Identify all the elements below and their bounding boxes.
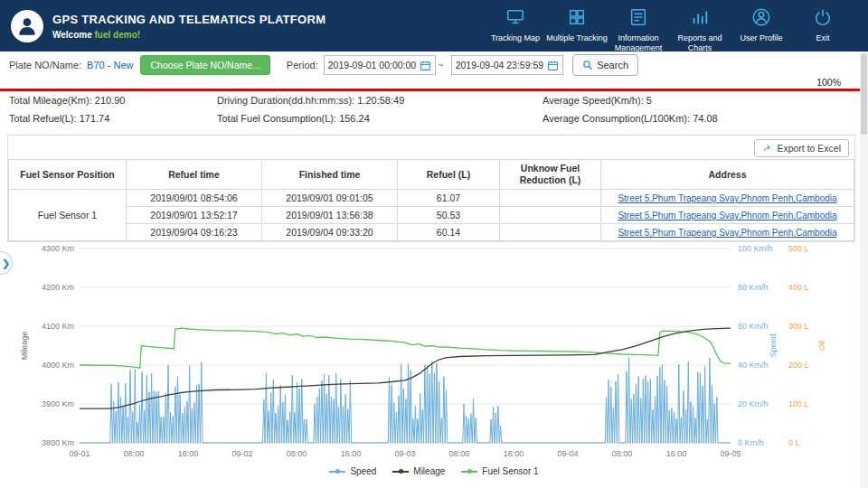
- table-row: Fuel Sensor 1 2019/09/01 08:54:06 2019/0…: [9, 190, 854, 207]
- chart-legend: Speed Mileage Fuel Sensor 1: [0, 466, 868, 476]
- col-refuel-time: Refuel time: [127, 160, 262, 190]
- address-link[interactable]: Street 5,Phum Trapeang Svay,Phnom Penh,C…: [618, 211, 836, 221]
- title-block: GPS TRACKING AND TELEMATICS PLATFORM Wel…: [52, 13, 326, 40]
- filter-bar: Plate NO/Name: B70 - New Choose Plate NO…: [0, 52, 860, 79]
- speed-legend-marker: [329, 471, 345, 473]
- svg-text:100 Km/h: 100 Km/h: [738, 244, 773, 253]
- total-refuel: Total Refuel(L): 171.74: [9, 113, 217, 131]
- plate-value-link[interactable]: B70 - New: [87, 60, 133, 70]
- driving-duration: Driving Duration(dd.hh:mm:ss): 1.20:58:4…: [217, 95, 542, 113]
- legend-fuel-sensor[interactable]: Fuel Sensor 1: [461, 466, 538, 476]
- svg-text:300 L: 300 L: [788, 322, 809, 331]
- legend-mileage[interactable]: Mileage: [392, 466, 445, 476]
- monitor-icon: [505, 7, 525, 31]
- svg-text:09-01: 09-01: [69, 449, 90, 458]
- svg-text:08:00: 08:00: [287, 449, 307, 458]
- svg-text:16:00: 16:00: [341, 449, 362, 458]
- svg-text:3900 Km: 3900 Km: [42, 399, 74, 408]
- progress-percent: 100%: [816, 77, 841, 88]
- svg-text:16:00: 16:00: [666, 449, 687, 458]
- refuel-report-panel: Export to Excel Fuel Sensor Position Ref…: [7, 135, 855, 242]
- average-consumption: Average Consumption(L/100Km): 74.08: [542, 113, 850, 131]
- scrollbar[interactable]: [860, 52, 868, 488]
- svg-text:3800 Km: 3800 Km: [42, 438, 74, 447]
- search-icon: [582, 60, 593, 70]
- svg-text:100 L: 100 L: [788, 399, 809, 408]
- col-address: Address: [601, 160, 854, 190]
- period-end-input[interactable]: 2019-09-04 23:59:59: [451, 55, 564, 75]
- svg-text:4200 Km: 4200 Km: [42, 283, 74, 292]
- svg-text:09-02: 09-02: [231, 449, 252, 458]
- app-title: GPS TRACKING AND TELEMATICS PLATFORM: [52, 13, 326, 26]
- svg-text:4300 Km: 4300 Km: [42, 244, 74, 253]
- welcome-username: fuel demo!: [95, 30, 141, 40]
- mileage-legend-marker: [392, 471, 409, 473]
- bar-chart-icon: [690, 7, 710, 31]
- svg-text:200 L: 200 L: [788, 361, 809, 370]
- col-fuel-sensor-position: Fuel Sensor Position: [9, 160, 127, 190]
- nav-tracking-map[interactable]: Tracking Map: [485, 7, 546, 43]
- svg-text:4000 Km: 4000 Km: [42, 361, 74, 370]
- period-label: Period:: [287, 60, 318, 70]
- nav-user-profile[interactable]: User Profile: [731, 7, 792, 43]
- progress-bar: [0, 89, 868, 91]
- col-refuel-l: Refuel (L): [398, 160, 500, 190]
- scrollbar-thumb[interactable]: [861, 53, 867, 135]
- summary-stats: Total Mileage(Km): 210.90 Driving Durati…: [9, 95, 850, 131]
- logo: [11, 10, 43, 42]
- svg-text:08:00: 08:00: [612, 449, 633, 458]
- nav-reports-and-charts[interactable]: Reports and Charts: [669, 7, 731, 53]
- svg-text:20 Km/h: 20 Km/h: [738, 399, 769, 408]
- address-link[interactable]: Street 5,Phum Trapeang Svay,Phnom Penh,C…: [618, 193, 836, 203]
- export-row: Export to Excel: [8, 136, 854, 159]
- svg-text:Mileage: Mileage: [20, 332, 29, 361]
- svg-text:09-03: 09-03: [394, 449, 415, 458]
- svg-text:80 Km/h: 80 Km/h: [738, 283, 769, 292]
- svg-text:08:00: 08:00: [449, 449, 470, 458]
- period-separator: ~: [438, 60, 443, 70]
- svg-text:08:00: 08:00: [124, 449, 145, 458]
- person-logo-icon: [15, 14, 39, 38]
- average-speed: Average Speed(Km/h): 5: [542, 95, 850, 113]
- svg-text:09-05: 09-05: [720, 449, 741, 458]
- plate-label: Plate NO/Name:: [9, 60, 81, 70]
- choose-plate-button[interactable]: Choose Plate NO/Name...: [140, 55, 269, 75]
- svg-text:500 L: 500 L: [788, 244, 809, 253]
- welcome-text: Welcome fuel demo!: [52, 30, 326, 40]
- page: GPS TRACKING AND TELEMATICS PLATFORM Wel…: [0, 0, 868, 488]
- svg-text:400 L: 400 L: [788, 283, 809, 292]
- svg-text:Oil: Oil: [817, 341, 826, 351]
- nav-exit[interactable]: Exit: [792, 7, 854, 43]
- grid-icon: [567, 7, 587, 31]
- calendar-icon[interactable]: [547, 60, 559, 71]
- nav-information-management[interactable]: Information Management: [608, 7, 669, 53]
- svg-text:09-04: 09-04: [557, 449, 578, 458]
- period-start-input[interactable]: 2019-09-01 00:00:00: [324, 55, 437, 75]
- nav-multiple-tracking[interactable]: Multiple Tracking: [546, 7, 608, 43]
- total-fuel-consumption: Total Fuel Consumption(L): 156.24: [217, 113, 542, 131]
- svg-text:40 Km/h: 40 Km/h: [738, 361, 769, 370]
- total-mileage: Total Mileage(Km): 210.90: [9, 95, 217, 113]
- col-finished-time: Finished time: [262, 160, 398, 190]
- export-to-excel-button[interactable]: Export to Excel: [754, 139, 849, 157]
- svg-text:16:00: 16:00: [178, 449, 199, 458]
- table-row: 2019/09/01 13:52:17 2019/09/01 13:56:38 …: [9, 207, 854, 224]
- svg-text:Speed: Speed: [769, 333, 778, 357]
- legend-speed[interactable]: Speed: [329, 466, 376, 476]
- svg-text:60 Km/h: 60 Km/h: [738, 322, 769, 331]
- svg-text:16:00: 16:00: [504, 449, 524, 458]
- col-unknown-fuel-reduction: Unknow Fuel Reduction (L): [500, 160, 601, 190]
- header: GPS TRACKING AND TELEMATICS PLATFORM Wel…: [0, 0, 868, 52]
- telemetry-chart: 4300 Km100 Km/h500 L4200 Km80 Km/h400 L4…: [0, 233, 868, 465]
- svg-text:0 L: 0 L: [788, 438, 800, 447]
- table-header-row: Fuel Sensor Position Refuel time Finishe…: [9, 160, 854, 190]
- calendar-icon[interactable]: [420, 60, 431, 71]
- svg-text:4100 Km: 4100 Km: [42, 322, 74, 331]
- search-button[interactable]: Search: [572, 54, 638, 76]
- fuel-legend-marker: [461, 471, 477, 473]
- export-arrow-icon: [762, 143, 773, 154]
- main-nav: Tracking Map Multiple Tracking Informati…: [485, 0, 854, 52]
- document-icon: [628, 7, 648, 31]
- power-icon: [813, 7, 833, 31]
- svg-text:0 Km/h: 0 Km/h: [738, 438, 764, 447]
